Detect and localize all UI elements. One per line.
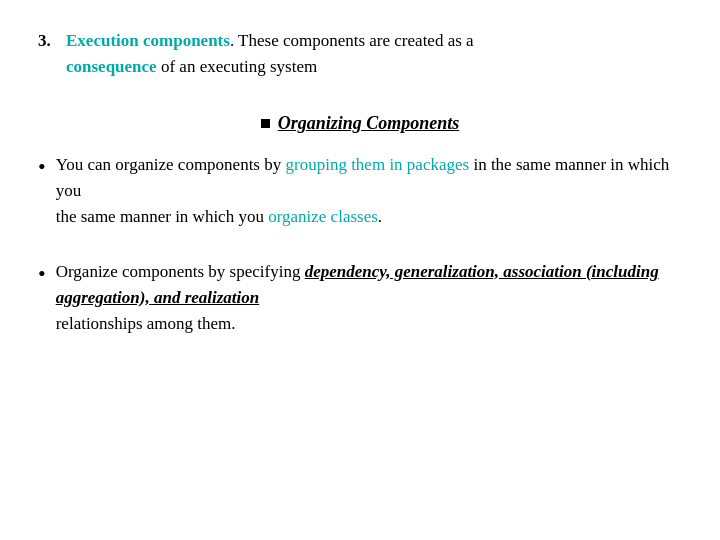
bullet-item-1: • You can organize components by groupin… <box>38 152 682 231</box>
bullet1-text-before: You can organize components by <box>56 155 282 174</box>
section-3: 3. Execution components. These component… <box>38 28 682 81</box>
bullet-item-2: • Organize components by specifying depe… <box>38 259 682 338</box>
bullet-content-1: You can organize components by grouping … <box>56 152 682 231</box>
bullet1-after: . <box>378 207 382 226</box>
section3-rest: of an executing system <box>161 57 317 76</box>
consequence-text: consequence <box>66 57 157 76</box>
organizing-label: Organizing Components <box>278 113 460 134</box>
organizing-header: Organizing Components <box>38 113 682 134</box>
page: 3. Execution components. These component… <box>0 0 720 540</box>
bullet-dot-1: • <box>38 153 46 182</box>
organizing-header-inner: Organizing Components <box>261 113 460 134</box>
section-3-content: Execution components. These components a… <box>66 28 682 81</box>
bullet2-text-before: Organize components by specifying <box>56 262 301 281</box>
section-number: 3. <box>38 28 66 81</box>
execution-text: Execution <box>66 31 139 50</box>
section3-text-after1: . These components are created as a <box>230 31 474 50</box>
bullet-dot-2: • <box>38 260 46 289</box>
square-bullet-icon <box>261 119 270 128</box>
bullet2-after: relationships among them. <box>56 314 236 333</box>
components-text: components <box>139 31 230 50</box>
bullet1-cyan1: grouping them in packages <box>286 155 470 174</box>
bullet1-cyan2: organize classes <box>268 207 378 226</box>
bullet-content-2: Organize components by specifying depend… <box>56 259 682 338</box>
bullet1-indent: the same manner in which you <box>56 207 268 226</box>
